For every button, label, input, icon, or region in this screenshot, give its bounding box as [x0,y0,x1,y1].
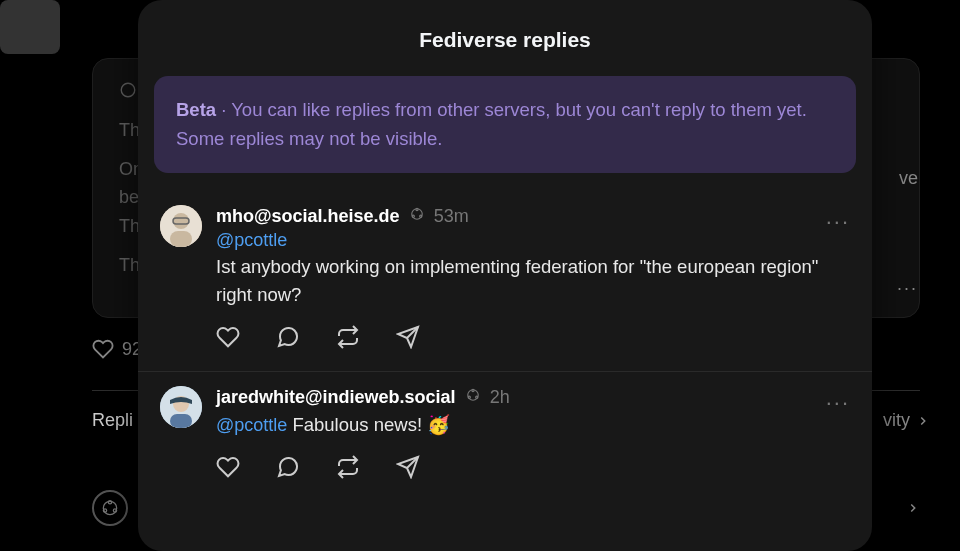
reply-body-text: Ist anybody working on implementing fede… [216,253,850,309]
reply-author[interactable]: mho@social.heise.de [216,206,400,227]
comment-button[interactable] [276,455,300,479]
svg-rect-17 [170,414,192,428]
svg-rect-7 [170,231,192,247]
beta-text: You can like replies from other servers,… [176,99,807,149]
bg-thumbnail [0,0,60,54]
svg-point-3 [113,509,116,512]
like-button[interactable] [216,325,240,349]
avatar[interactable] [160,386,202,428]
reply-item: mho@social.heise.de 53m @pcottle Ist any… [138,191,872,372]
svg-point-11 [419,215,421,217]
repost-button[interactable] [336,325,360,349]
bg-more: ··· [897,278,918,299]
beta-banner: Beta · You can like replies from other s… [154,76,856,173]
fediverse-replies-modal: Fediverse replies Beta · You can like re… [138,0,872,551]
reply-body-text: Fabulous news! 🥳 [287,414,450,435]
reply-timestamp: 2h [490,387,510,408]
svg-point-6 [173,213,189,229]
fediverse-icon [464,386,482,409]
svg-point-12 [412,215,414,217]
fediverse-icon [92,490,128,526]
modal-title: Fediverse replies [138,0,872,76]
svg-point-10 [416,209,418,211]
svg-point-4 [103,509,106,512]
fediverse-icon [408,205,426,228]
more-options-button[interactable]: ··· [826,209,850,235]
like-button[interactable] [216,455,240,479]
mention-link[interactable]: @pcottle [216,230,287,250]
chevron-right-icon [906,501,920,515]
bg-likes-row: 92 [92,338,142,360]
share-button[interactable] [396,325,420,349]
share-button[interactable] [396,455,420,479]
repost-button[interactable] [336,455,360,479]
mention-link[interactable]: @pcottle [216,415,287,435]
svg-point-21 [468,396,470,398]
svg-point-20 [475,396,477,398]
svg-point-0 [121,83,135,97]
comment-button[interactable] [276,325,300,349]
reply-timestamp: 53m [434,206,469,227]
beta-label: Beta [176,99,216,120]
reply-author[interactable]: jaredwhite@indieweb.social [216,387,456,408]
bg-replies-label: Repli [92,410,133,431]
avatar[interactable] [160,205,202,247]
threads-icon [119,79,137,108]
more-options-button[interactable]: ··· [826,390,850,416]
svg-point-2 [108,501,111,504]
bg-text-right: ve [899,168,918,189]
bg-activity-label: vity [883,410,930,431]
svg-point-19 [472,389,474,391]
reply-item: jaredwhite@indieweb.social 2h @pcottle F… [138,372,872,501]
